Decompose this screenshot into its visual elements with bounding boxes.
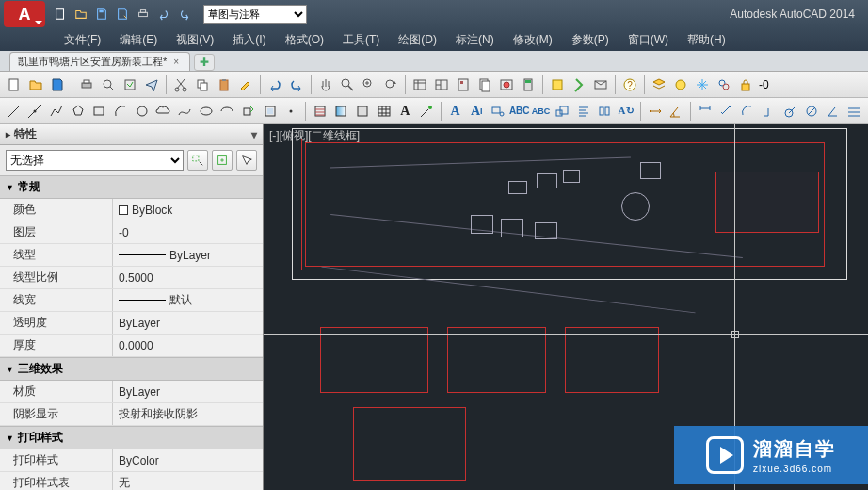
- qat-redo-icon[interactable]: [175, 5, 194, 24]
- collapse-icon[interactable]: ▼: [6, 365, 14, 374]
- zoom-window-icon[interactable]: [359, 74, 379, 95]
- arc-icon[interactable]: [110, 101, 131, 122]
- dim-ord-icon[interactable]: [759, 101, 780, 122]
- gradient-icon[interactable]: [331, 101, 352, 122]
- prop-value[interactable]: ByLayer: [113, 244, 263, 266]
- save-icon[interactable]: [47, 74, 68, 95]
- dim-linear-icon[interactable]: [695, 101, 715, 122]
- textstyle-icon[interactable]: ABC: [531, 101, 552, 122]
- prop-row[interactable]: 线型比例0.5000: [0, 267, 263, 289]
- hatch-icon[interactable]: [310, 101, 330, 122]
- polyline-icon[interactable]: [46, 101, 67, 122]
- cut-icon[interactable]: [170, 74, 191, 95]
- category-打印样式[interactable]: ▼打印样式: [0, 426, 263, 449]
- mtext-icon[interactable]: A: [395, 101, 416, 122]
- prop-row[interactable]: 图层-0: [0, 221, 263, 244]
- block-insert-icon[interactable]: [547, 74, 568, 95]
- menu-格式[interactable]: 格式(O): [276, 28, 333, 51]
- prop-row[interactable]: 材质ByLayer: [0, 381, 263, 403]
- menu-插入[interactable]: 插入(I): [223, 28, 275, 51]
- collapse-icon[interactable]: ▼: [6, 433, 14, 443]
- revision-cloud-icon[interactable]: [153, 101, 173, 122]
- prop-value[interactable]: 0.5000: [113, 267, 263, 288]
- send-icon[interactable]: [141, 74, 162, 95]
- qat-save-icon[interactable]: [92, 5, 111, 24]
- insert-block-icon[interactable]: [238, 101, 259, 122]
- circle-icon[interactable]: [132, 101, 153, 122]
- convert-text-icon[interactable]: A↻: [616, 101, 636, 122]
- menu-文件[interactable]: 文件(F): [55, 28, 110, 51]
- polygon-icon[interactable]: [68, 101, 88, 122]
- dim-angular-icon[interactable]: [823, 101, 844, 122]
- text-a2-icon[interactable]: AI: [466, 101, 487, 122]
- file-tab[interactable]: 凯里市鸭塘片区安置房新装工程* ×: [9, 52, 190, 71]
- menu-视图[interactable]: 视图(V): [167, 28, 223, 51]
- pan-icon[interactable]: [315, 74, 336, 95]
- menu-标注[interactable]: 标注(N): [446, 28, 504, 51]
- palette-pin-icon[interactable]: ▸: [6, 129, 10, 139]
- qat-saveas-icon[interactable]: [113, 5, 132, 24]
- spline-icon[interactable]: [174, 101, 195, 122]
- prop-value[interactable]: -0: [113, 221, 263, 243]
- make-block-icon[interactable]: [260, 101, 281, 122]
- prop-row[interactable]: 颜色ByBlock: [0, 199, 263, 221]
- dim-radius-icon[interactable]: [780, 101, 801, 122]
- open-icon[interactable]: [25, 74, 46, 95]
- text-a1-icon[interactable]: A: [445, 101, 466, 122]
- undo-icon[interactable]: [265, 74, 285, 95]
- region-icon[interactable]: [352, 101, 373, 122]
- justify-icon[interactable]: [573, 101, 594, 122]
- prop-value[interactable]: 无: [113, 472, 263, 490]
- layer-off-icon[interactable]: [714, 74, 734, 95]
- angle-icon[interactable]: [667, 101, 687, 122]
- app-menu-button[interactable]: A: [4, 1, 45, 27]
- quickselect-icon[interactable]: [187, 150, 208, 171]
- menu-修改[interactable]: 修改(M): [504, 28, 562, 51]
- prop-value[interactable]: ByLayer: [113, 381, 263, 402]
- preview-icon[interactable]: [98, 74, 119, 95]
- palette-menu-icon[interactable]: ▾: [251, 128, 257, 141]
- prop-row[interactable]: 线宽 默认: [0, 289, 263, 312]
- menu-绘图[interactable]: 绘图(D): [389, 28, 446, 51]
- match-props-icon[interactable]: [235, 74, 256, 95]
- dim-arc-icon[interactable]: [737, 101, 758, 122]
- redo-icon[interactable]: [286, 74, 307, 95]
- prop-row[interactable]: 打印样式ByColor: [0, 449, 263, 472]
- xref-icon[interactable]: [590, 74, 611, 95]
- layer-states-icon[interactable]: [670, 74, 691, 95]
- help-icon[interactable]: ?: [619, 74, 640, 95]
- publish-icon[interactable]: [120, 74, 140, 95]
- markup-icon[interactable]: [496, 74, 517, 95]
- prop-row[interactable]: 透明度ByLayer: [0, 312, 263, 335]
- menu-帮助[interactable]: 帮助(H): [678, 28, 735, 51]
- sheetset-icon[interactable]: [474, 74, 495, 95]
- find-icon[interactable]: [488, 101, 508, 122]
- calculator-icon[interactable]: [518, 74, 538, 95]
- toolpalettes-icon[interactable]: [453, 74, 474, 95]
- zoom-realtime-icon[interactable]: [337, 74, 358, 95]
- prop-value[interactable]: ByLayer: [113, 312, 263, 334]
- selectobjects-icon[interactable]: [236, 150, 257, 171]
- addselected-icon[interactable]: [416, 101, 437, 122]
- qat-open-icon[interactable]: [72, 5, 90, 24]
- lock-icon[interactable]: [735, 74, 756, 95]
- qat-undo-icon[interactable]: [154, 5, 173, 24]
- rectangle-icon[interactable]: [89, 101, 110, 122]
- menu-参数[interactable]: 参数(P): [562, 28, 619, 51]
- print-icon[interactable]: [76, 74, 97, 95]
- ellipse-icon[interactable]: [196, 101, 217, 122]
- prop-value[interactable]: ByColor: [113, 449, 263, 471]
- prop-value[interactable]: 投射和接收阴影: [113, 403, 263, 425]
- point-icon[interactable]: [281, 101, 301, 122]
- cleanup-icon[interactable]: [569, 74, 589, 95]
- pickadd-icon[interactable]: [212, 150, 233, 171]
- zoom-prev-icon[interactable]: [380, 74, 401, 95]
- space-icon[interactable]: [595, 101, 616, 122]
- table-icon[interactable]: [374, 101, 394, 122]
- selection-combo[interactable]: 无选择: [6, 150, 184, 171]
- category-三维效果[interactable]: ▼三维效果: [0, 357, 263, 381]
- spellcheck-icon[interactable]: ABC: [509, 101, 530, 122]
- menu-窗口[interactable]: 窗口(W): [619, 28, 678, 51]
- prop-row[interactable]: 线型 ByLayer: [0, 244, 263, 267]
- menu-编辑[interactable]: 编辑(E): [110, 28, 167, 51]
